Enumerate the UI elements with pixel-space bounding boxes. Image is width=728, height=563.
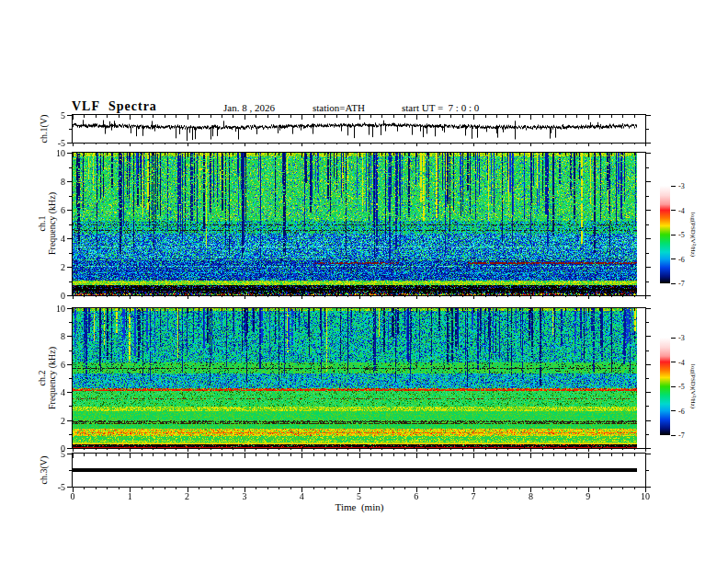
ch1-spectrogram-image <box>73 153 637 295</box>
colorbar-tick <box>671 235 676 236</box>
ch1-frequency-axis-label: ch.1 Frequency (kHz) <box>37 192 57 255</box>
x-tick-label: 3 <box>242 491 246 501</box>
ch1-spectrogram-panel <box>72 152 646 296</box>
ch1-voltage-axis-label: ch.1(V) <box>39 115 49 144</box>
colorbar-tick <box>671 283 676 284</box>
ch2-spectrogram-image <box>73 308 637 448</box>
ch1-waveform-trace <box>73 115 637 143</box>
ch3-voltage-axis-label: ch.3(V) <box>39 456 49 485</box>
x-tick-label: 10 <box>641 491 650 501</box>
x-tick-label: 5 <box>357 491 361 501</box>
ch2-frequency-axis-label-line1: ch.2 <box>37 347 47 409</box>
ch2-frequency-axis-label: ch.2 Frequency (kHz) <box>37 347 57 409</box>
colorbar-tick-label: -6 <box>678 407 685 415</box>
date-label: Jan. 8 , 2026 <box>223 102 275 113</box>
start-ut-label: start UT = 7 : 0 : 0 <box>402 102 479 113</box>
colorbar-tick <box>671 338 676 339</box>
colorbar-tick <box>671 435 676 436</box>
colorbar-tick-label: -4 <box>678 358 685 366</box>
ch3-waveform-panel <box>72 453 646 488</box>
x-tick-label: 2 <box>185 491 189 501</box>
colorbar-ch2-gradient <box>660 338 670 435</box>
ch1-frequency-axis-label-line2: Frequency (kHz) <box>47 192 57 255</box>
colorbar-tick <box>671 410 676 411</box>
x-axis-title: Time (min) <box>336 501 384 512</box>
colorbar-tick <box>671 210 676 211</box>
x-tick-label: 9 <box>586 491 590 501</box>
colorbar-tick-label: -5 <box>678 231 685 239</box>
ch2-frequency-axis-label-line2: Frequency (kHz) <box>47 347 57 409</box>
spec2-ytick-label: 2 <box>61 415 65 425</box>
colorbar-ch2: log(PSD)(V²/Hz) -3-4-5-6-7 <box>660 338 670 435</box>
wave1-ytick-label: -5 <box>58 138 65 148</box>
spec1-ytick-label: 8 <box>61 177 65 187</box>
colorbar-ch1-gradient <box>660 186 670 283</box>
colorbar-tick-label: -5 <box>678 383 685 391</box>
spec2-ytick-label: 8 <box>61 331 65 341</box>
colorbar-tick <box>671 186 676 187</box>
spec1-ytick-label: 4 <box>61 234 65 244</box>
wave1-ytick-label: 5 <box>61 110 65 121</box>
colorbar-tick-label: -6 <box>678 255 685 263</box>
spec1-ytick-label: 6 <box>61 205 65 215</box>
wave3-ytick-label: -5 <box>58 482 65 492</box>
colorbar-tick <box>671 386 676 387</box>
ch1-frequency-axis-label-line1: ch.1 <box>37 192 47 255</box>
x-tick-label: 6 <box>414 491 418 501</box>
colorbar-tick-label: -3 <box>678 182 685 190</box>
plot-title: VLF Spectra <box>72 99 157 114</box>
colorbar-tick <box>671 362 676 362</box>
colorbar-tick-label: -7 <box>678 280 685 288</box>
x-tick-label: 0 <box>71 491 75 501</box>
x-tick-label: 7 <box>472 491 476 501</box>
wave3-ytick-label: 5 <box>61 449 65 459</box>
spec1-ytick-label: 10 <box>56 148 65 158</box>
spec1-ytick-label: 0 <box>61 291 65 301</box>
colorbar-ch1: log(PSD)(V²/Hz) -3-4-5-6-7 <box>660 186 670 283</box>
colorbar-tick <box>671 259 676 259</box>
x-tick-label: 1 <box>128 491 132 501</box>
x-tick-label: 8 <box>529 491 533 501</box>
colorbar-tick-label: -7 <box>678 431 685 440</box>
ch1-waveform-panel <box>72 114 646 144</box>
colorbar-ch2-units-label: log(PSD)(V²/Hz) <box>689 364 697 408</box>
spec1-ytick-label: 2 <box>61 262 65 272</box>
spec2-ytick-label: 10 <box>56 304 65 314</box>
x-tick-label: 4 <box>300 491 304 501</box>
vlf-spectra-figure: VLF Spectra Jan. 8 , 2026 station=ATH st… <box>0 0 728 563</box>
colorbar-tick-label: -3 <box>678 334 685 342</box>
colorbar-tick-label: -4 <box>678 206 685 214</box>
colorbar-ch1-units-label: log(PSD)(V²/Hz) <box>689 213 697 257</box>
ch3-waveform-trace <box>73 454 637 487</box>
spec2-ytick-label: 4 <box>61 387 65 397</box>
spec2-ytick-label: 6 <box>61 359 65 369</box>
station-label: station=ATH <box>313 102 365 113</box>
ch2-spectrogram-panel <box>72 307 646 449</box>
